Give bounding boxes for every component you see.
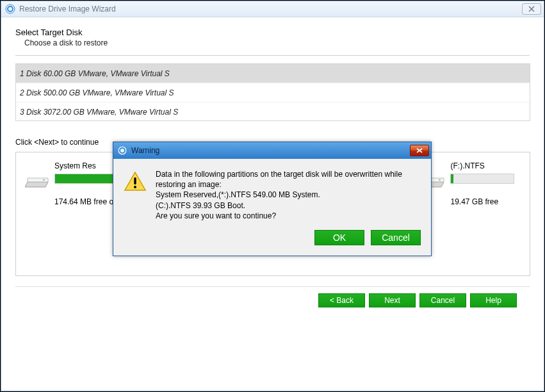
titlebar: Restore Drive Image Wizard: [1, 1, 544, 17]
disk-row[interactable]: 1 Disk 60.00 GB VMware, VMware Virtual S: [16, 64, 530, 83]
dialog-line: Are you sure you want to continue?: [156, 211, 419, 221]
dialog-titlebar: Warning: [113, 142, 431, 159]
dialog-line: System Reserved,(*:).NTFS 549.00 MB Syst…: [156, 190, 419, 200]
back-button[interactable]: < Back: [318, 293, 365, 307]
dialog-title: Warning: [131, 146, 410, 155]
warning-icon: [124, 170, 147, 193]
usage-bar-used: [451, 174, 453, 183]
disk-row[interactable]: 3 Disk 3072.00 GB VMware, VMware Virtual…: [16, 102, 530, 121]
disk-list: 1 Disk 60.00 GB VMware, VMware Virtual S…: [15, 63, 530, 121]
warning-dialog: Warning Data in the following partitions…: [113, 142, 432, 256]
app-icon: [5, 4, 15, 14]
partition-name: (F:).NTFS: [450, 161, 530, 170]
dialog-text: Data in the following partitions on the …: [156, 169, 419, 221]
dialog-line: (C:).NTFS 39.93 GB Boot.: [156, 200, 419, 211]
svg-point-6: [134, 186, 136, 188]
footer-buttons: < Back Next Cancel Help: [15, 293, 530, 307]
page-subheading: Choose a disk to restore: [24, 38, 530, 47]
dialog-body: Data in the following partitions on the …: [113, 159, 431, 230]
disk-label: 3 Disk 3072.00 GB VMware, VMware Virtual…: [20, 108, 178, 117]
page-heading: Select Target Disk: [15, 28, 530, 37]
help-button[interactable]: Help: [470, 293, 517, 307]
separator: [15, 286, 530, 287]
dialog-cancel-button[interactable]: Cancel: [371, 230, 421, 245]
disk-label: 2 Disk 500.00 GB VMware, VMware Virtual …: [20, 88, 174, 97]
app-icon: [117, 145, 127, 156]
window-title: Restore Drive Image Wizard: [19, 4, 522, 13]
dialog-buttons: OK Cancel: [113, 230, 431, 256]
dialog-line: Data in the following partitions on the …: [156, 169, 419, 190]
separator: [15, 55, 530, 56]
partition: (F:).NTFS 19.47 GB free: [421, 161, 530, 275]
window-close-icon[interactable]: [522, 3, 541, 15]
disk-icon: [25, 167, 51, 192]
dialog-close-icon[interactable]: [410, 145, 429, 156]
usage-bar: [450, 174, 514, 184]
svg-rect-5: [134, 177, 136, 184]
svg-rect-1: [43, 179, 45, 181]
cancel-button[interactable]: Cancel: [419, 293, 466, 307]
disk-row[interactable]: 2 Disk 500.00 GB VMware, VMware Virtual …: [16, 83, 530, 102]
partition-free: 19.47 GB free: [450, 197, 530, 206]
next-button[interactable]: Next: [369, 293, 416, 307]
disk-label: 1 Disk 60.00 GB VMware, VMware Virtual S: [20, 69, 170, 78]
svg-rect-3: [439, 179, 441, 181]
ok-button[interactable]: OK: [314, 230, 364, 245]
